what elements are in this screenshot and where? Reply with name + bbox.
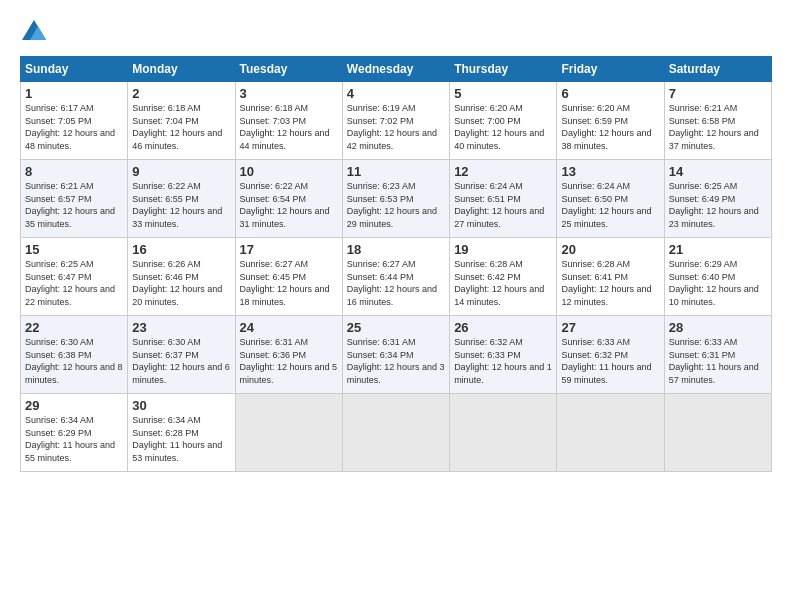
day-number: 16 <box>132 242 230 257</box>
day-detail: Sunrise: 6:23 AMSunset: 6:53 PMDaylight:… <box>347 181 437 229</box>
day-detail: Sunrise: 6:34 AMSunset: 6:28 PMDaylight:… <box>132 415 222 463</box>
calendar-empty-cell <box>664 394 771 472</box>
calendar-day-cell: 5Sunrise: 6:20 AMSunset: 7:00 PMDaylight… <box>450 82 557 160</box>
day-detail: Sunrise: 6:30 AMSunset: 6:38 PMDaylight:… <box>25 337 123 385</box>
calendar-day-cell: 7Sunrise: 6:21 AMSunset: 6:58 PMDaylight… <box>664 82 771 160</box>
calendar-day-cell: 22Sunrise: 6:30 AMSunset: 6:38 PMDayligh… <box>21 316 128 394</box>
calendar-day-cell: 8Sunrise: 6:21 AMSunset: 6:57 PMDaylight… <box>21 160 128 238</box>
calendar-day-cell: 17Sunrise: 6:27 AMSunset: 6:45 PMDayligh… <box>235 238 342 316</box>
day-detail: Sunrise: 6:21 AMSunset: 6:58 PMDaylight:… <box>669 103 759 151</box>
calendar-day-cell: 13Sunrise: 6:24 AMSunset: 6:50 PMDayligh… <box>557 160 664 238</box>
day-detail: Sunrise: 6:20 AMSunset: 7:00 PMDaylight:… <box>454 103 544 151</box>
calendar-day-cell: 30Sunrise: 6:34 AMSunset: 6:28 PMDayligh… <box>128 394 235 472</box>
calendar-week-row: 1Sunrise: 6:17 AMSunset: 7:05 PMDaylight… <box>21 82 772 160</box>
day-number: 28 <box>669 320 767 335</box>
day-number: 23 <box>132 320 230 335</box>
day-number: 17 <box>240 242 338 257</box>
day-number: 14 <box>669 164 767 179</box>
day-number: 29 <box>25 398 123 413</box>
day-detail: Sunrise: 6:25 AMSunset: 6:47 PMDaylight:… <box>25 259 115 307</box>
day-number: 7 <box>669 86 767 101</box>
day-detail: Sunrise: 6:28 AMSunset: 6:42 PMDaylight:… <box>454 259 544 307</box>
header-tuesday: Tuesday <box>235 57 342 82</box>
header-wednesday: Wednesday <box>342 57 449 82</box>
header-friday: Friday <box>557 57 664 82</box>
calendar-week-row: 15Sunrise: 6:25 AMSunset: 6:47 PMDayligh… <box>21 238 772 316</box>
day-number: 24 <box>240 320 338 335</box>
calendar-day-cell: 11Sunrise: 6:23 AMSunset: 6:53 PMDayligh… <box>342 160 449 238</box>
day-number: 13 <box>561 164 659 179</box>
calendar-day-cell: 9Sunrise: 6:22 AMSunset: 6:55 PMDaylight… <box>128 160 235 238</box>
calendar-day-cell: 3Sunrise: 6:18 AMSunset: 7:03 PMDaylight… <box>235 82 342 160</box>
day-number: 10 <box>240 164 338 179</box>
day-detail: Sunrise: 6:32 AMSunset: 6:33 PMDaylight:… <box>454 337 552 385</box>
day-detail: Sunrise: 6:27 AMSunset: 6:44 PMDaylight:… <box>347 259 437 307</box>
calendar-day-cell: 14Sunrise: 6:25 AMSunset: 6:49 PMDayligh… <box>664 160 771 238</box>
calendar-empty-cell <box>342 394 449 472</box>
header-sunday: Sunday <box>21 57 128 82</box>
calendar-table: Sunday Monday Tuesday Wednesday Thursday… <box>20 56 772 472</box>
calendar-day-cell: 18Sunrise: 6:27 AMSunset: 6:44 PMDayligh… <box>342 238 449 316</box>
day-detail: Sunrise: 6:20 AMSunset: 6:59 PMDaylight:… <box>561 103 651 151</box>
day-detail: Sunrise: 6:22 AMSunset: 6:55 PMDaylight:… <box>132 181 222 229</box>
day-number: 11 <box>347 164 445 179</box>
day-detail: Sunrise: 6:18 AMSunset: 7:03 PMDaylight:… <box>240 103 330 151</box>
day-number: 21 <box>669 242 767 257</box>
calendar-day-cell: 15Sunrise: 6:25 AMSunset: 6:47 PMDayligh… <box>21 238 128 316</box>
logo <box>20 18 50 46</box>
day-number: 25 <box>347 320 445 335</box>
day-number: 18 <box>347 242 445 257</box>
calendar-week-row: 22Sunrise: 6:30 AMSunset: 6:38 PMDayligh… <box>21 316 772 394</box>
day-number: 22 <box>25 320 123 335</box>
day-number: 9 <box>132 164 230 179</box>
day-detail: Sunrise: 6:33 AMSunset: 6:31 PMDaylight:… <box>669 337 759 385</box>
day-detail: Sunrise: 6:31 AMSunset: 6:36 PMDaylight:… <box>240 337 338 385</box>
calendar-day-cell: 4Sunrise: 6:19 AMSunset: 7:02 PMDaylight… <box>342 82 449 160</box>
day-detail: Sunrise: 6:28 AMSunset: 6:41 PMDaylight:… <box>561 259 651 307</box>
day-number: 5 <box>454 86 552 101</box>
day-number: 1 <box>25 86 123 101</box>
calendar-empty-cell <box>235 394 342 472</box>
header-saturday: Saturday <box>664 57 771 82</box>
calendar-day-cell: 6Sunrise: 6:20 AMSunset: 6:59 PMDaylight… <box>557 82 664 160</box>
calendar-day-cell: 21Sunrise: 6:29 AMSunset: 6:40 PMDayligh… <box>664 238 771 316</box>
calendar-week-row: 29Sunrise: 6:34 AMSunset: 6:29 PMDayligh… <box>21 394 772 472</box>
day-detail: Sunrise: 6:24 AMSunset: 6:51 PMDaylight:… <box>454 181 544 229</box>
header-thursday: Thursday <box>450 57 557 82</box>
calendar-day-cell: 25Sunrise: 6:31 AMSunset: 6:34 PMDayligh… <box>342 316 449 394</box>
calendar-day-cell: 27Sunrise: 6:33 AMSunset: 6:32 PMDayligh… <box>557 316 664 394</box>
calendar-day-cell: 10Sunrise: 6:22 AMSunset: 6:54 PMDayligh… <box>235 160 342 238</box>
calendar-day-cell: 19Sunrise: 6:28 AMSunset: 6:42 PMDayligh… <box>450 238 557 316</box>
calendar-empty-cell <box>450 394 557 472</box>
calendar-day-cell: 26Sunrise: 6:32 AMSunset: 6:33 PMDayligh… <box>450 316 557 394</box>
day-number: 6 <box>561 86 659 101</box>
calendar-day-cell: 1Sunrise: 6:17 AMSunset: 7:05 PMDaylight… <box>21 82 128 160</box>
day-number: 27 <box>561 320 659 335</box>
weekday-header-row: Sunday Monday Tuesday Wednesday Thursday… <box>21 57 772 82</box>
day-detail: Sunrise: 6:18 AMSunset: 7:04 PMDaylight:… <box>132 103 222 151</box>
day-number: 3 <box>240 86 338 101</box>
day-detail: Sunrise: 6:31 AMSunset: 6:34 PMDaylight:… <box>347 337 445 385</box>
day-detail: Sunrise: 6:34 AMSunset: 6:29 PMDaylight:… <box>25 415 115 463</box>
day-detail: Sunrise: 6:19 AMSunset: 7:02 PMDaylight:… <box>347 103 437 151</box>
day-detail: Sunrise: 6:17 AMSunset: 7:05 PMDaylight:… <box>25 103 115 151</box>
calendar-day-cell: 23Sunrise: 6:30 AMSunset: 6:37 PMDayligh… <box>128 316 235 394</box>
day-detail: Sunrise: 6:25 AMSunset: 6:49 PMDaylight:… <box>669 181 759 229</box>
day-number: 19 <box>454 242 552 257</box>
day-detail: Sunrise: 6:22 AMSunset: 6:54 PMDaylight:… <box>240 181 330 229</box>
day-number: 30 <box>132 398 230 413</box>
calendar-day-cell: 28Sunrise: 6:33 AMSunset: 6:31 PMDayligh… <box>664 316 771 394</box>
calendar-day-cell: 2Sunrise: 6:18 AMSunset: 7:04 PMDaylight… <box>128 82 235 160</box>
day-detail: Sunrise: 6:33 AMSunset: 6:32 PMDaylight:… <box>561 337 651 385</box>
day-number: 8 <box>25 164 123 179</box>
page: Sunday Monday Tuesday Wednesday Thursday… <box>0 0 792 612</box>
header-monday: Monday <box>128 57 235 82</box>
day-number: 12 <box>454 164 552 179</box>
logo-icon <box>20 18 48 46</box>
calendar-week-row: 8Sunrise: 6:21 AMSunset: 6:57 PMDaylight… <box>21 160 772 238</box>
calendar-day-cell: 24Sunrise: 6:31 AMSunset: 6:36 PMDayligh… <box>235 316 342 394</box>
day-detail: Sunrise: 6:24 AMSunset: 6:50 PMDaylight:… <box>561 181 651 229</box>
day-detail: Sunrise: 6:21 AMSunset: 6:57 PMDaylight:… <box>25 181 115 229</box>
day-number: 20 <box>561 242 659 257</box>
calendar-day-cell: 29Sunrise: 6:34 AMSunset: 6:29 PMDayligh… <box>21 394 128 472</box>
